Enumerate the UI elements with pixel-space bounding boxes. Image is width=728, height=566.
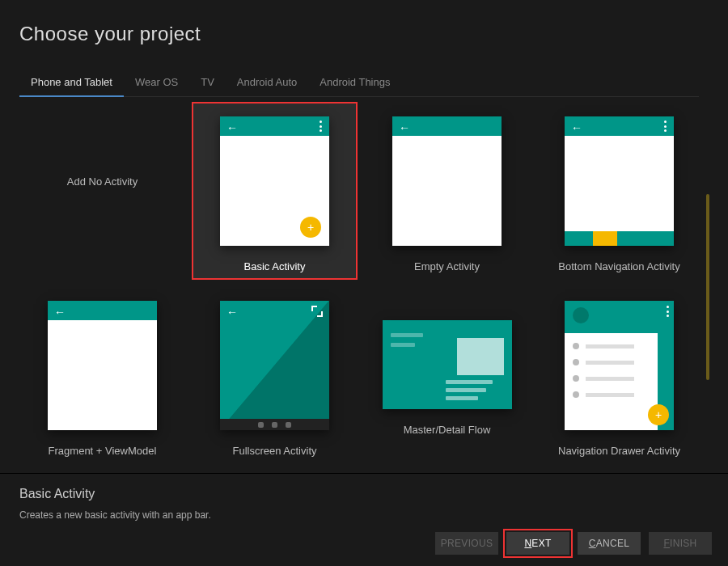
scrollbar[interactable] — [706, 194, 709, 380]
template-thumb — [220, 301, 329, 430]
avatar-icon — [573, 307, 589, 323]
cancel-button[interactable]: CANCEL — [578, 532, 641, 555]
template-thumb — [392, 116, 502, 246]
template-master-detail[interactable]: Master/Detail Flow — [364, 286, 530, 464]
appbar — [220, 116, 329, 136]
template-empty-activity[interactable]: Empty Activity — [364, 102, 530, 280]
template-label: Fullscreen Activity — [232, 445, 316, 457]
tab-wear-os[interactable]: Wear OS — [124, 71, 189, 96]
template-thumb: Add No Activity — [48, 116, 157, 246]
template-label: Basic Activity — [244, 260, 306, 272]
template-thumb — [48, 301, 157, 430]
fab-icon: + — [648, 404, 669, 425]
back-arrow-icon — [226, 120, 238, 132]
back-arrow-icon — [226, 305, 238, 316]
device-tabs: Phone and Tablet Wear OS TV Android Auto… — [19, 71, 699, 97]
appbar — [48, 301, 157, 320]
template-grid: Add No Activity + Basic Activity — [19, 97, 711, 464]
finish-button: FINISH — [649, 532, 712, 555]
template-fullscreen-activity[interactable]: Fullscreen Activity — [192, 286, 358, 464]
template-label: Master/Detail Flow — [404, 424, 491, 436]
fullscreen-icon — [311, 306, 323, 317]
template-label: Navigation Drawer Activity — [558, 445, 680, 457]
back-arrow-icon — [54, 305, 66, 316]
back-arrow-icon — [399, 120, 410, 132]
template-label: Add No Activity — [67, 175, 138, 188]
back-arrow-icon — [571, 120, 582, 132]
selection-name: Basic Activity — [19, 487, 709, 501]
system-nav-bar — [220, 419, 329, 430]
next-button[interactable]: NEXT — [506, 532, 569, 555]
template-fragment-viewmodel[interactable]: Fragment + ViewModel — [19, 286, 185, 464]
template-label: Empty Activity — [414, 260, 480, 272]
tab-tv[interactable]: TV — [189, 71, 226, 96]
wizard-window: Choose your project Phone and Tablet Wea… — [0, 0, 728, 566]
template-thumb — [383, 320, 512, 409]
appbar — [392, 116, 502, 136]
fab-icon: + — [300, 217, 321, 238]
bottom-nav-bar — [565, 231, 674, 246]
template-label: Bottom Navigation Activity — [558, 260, 679, 272]
overflow-menu-icon — [320, 120, 323, 132]
tab-android-things[interactable]: Android Things — [308, 71, 401, 96]
appbar — [220, 301, 329, 320]
template-add-no-activity[interactable]: Add No Activity — [19, 102, 185, 280]
template-thumb — [565, 116, 674, 246]
wizard-buttons: PREVIOUS NEXT CANCEL FINISH — [0, 532, 728, 566]
appbar — [565, 116, 674, 136]
tab-phone-tablet[interactable]: Phone and Tablet — [19, 71, 124, 96]
overflow-menu-icon — [664, 120, 667, 132]
overflow-menu-icon — [667, 306, 670, 317]
page-title: Choose your project — [0, 0, 728, 45]
previous-button: PREVIOUS — [435, 532, 498, 555]
selection-desc: Creates a new basic activity with an app… — [19, 509, 709, 521]
template-basic-activity[interactable]: + Basic Activity — [192, 102, 358, 280]
template-thumb: + — [220, 116, 329, 246]
template-grid-wrap: Add No Activity + Basic Activity — [19, 97, 711, 473]
template-bottom-navigation[interactable]: Bottom Navigation Activity — [536, 102, 702, 280]
tab-android-auto[interactable]: Android Auto — [226, 71, 308, 96]
template-thumb: + — [565, 301, 674, 430]
template-label: Fragment + ViewModel — [49, 445, 157, 457]
selection-description: Basic Activity Creates a new basic activ… — [0, 473, 728, 532]
template-navigation-drawer[interactable]: + Navigation Drawer Activity — [536, 286, 702, 464]
